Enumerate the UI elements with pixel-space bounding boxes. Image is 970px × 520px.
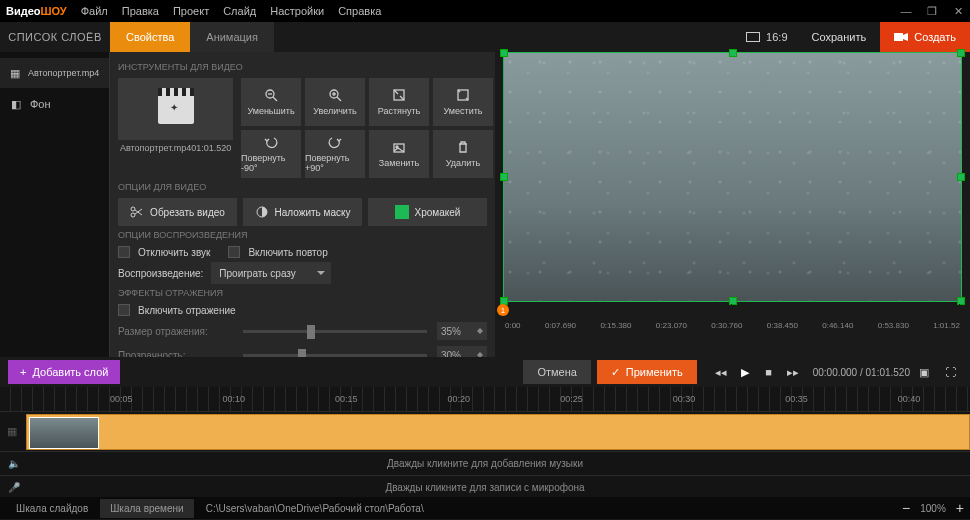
tab-slide-scale[interactable]: Шкала слайдов <box>6 499 98 518</box>
chroma-button[interactable]: Хромакей <box>368 198 487 226</box>
ruler-label: 00:05 <box>110 394 133 404</box>
tab-time-scale[interactable]: Шкала времени <box>100 499 193 518</box>
play-button[interactable]: ▶ <box>737 364 753 380</box>
reflect-label: Включить отражение <box>138 305 236 316</box>
prev-frame-button[interactable]: ◂◂ <box>713 364 729 380</box>
video-track-icon: ▦ <box>0 425 24 438</box>
snapshot-icon[interactable]: ▣ <box>916 364 932 380</box>
rotate-left-icon <box>264 135 278 149</box>
tick-label: 0:30.760 <box>711 321 742 330</box>
fit-icon <box>456 88 470 102</box>
zoom-out-footer[interactable]: − <box>902 500 910 516</box>
svg-point-13 <box>131 213 135 217</box>
layer-item-video[interactable]: ▦ Автопортрет.mp4 <box>0 58 109 88</box>
properties-panel: ИНСТРУМЕНТЫ ДЛЯ ВИДЕО Автопортрет.mp4 01… <box>110 52 495 357</box>
zoom-out-button[interactable]: Уменьшить <box>241 78 301 126</box>
mic-icon: 🎤 <box>8 482 20 493</box>
layers-panel-title: СПИСОК СЛОЁВ <box>0 22 110 52</box>
reflect-checkbox[interactable] <box>118 304 130 316</box>
aspect-ratio[interactable]: 16:9 <box>736 22 797 52</box>
reflect-size-label: Размер отражения: <box>118 326 233 337</box>
tab-properties[interactable]: Свойства <box>110 22 190 52</box>
zoom-in-button[interactable]: Увеличить <box>305 78 365 126</box>
add-layer-button[interactable]: +Добавить слой <box>8 360 120 384</box>
preview-canvas[interactable] <box>503 52 962 302</box>
tick-label: 1:01.52 <box>933 321 960 330</box>
plus-icon: + <box>20 366 26 378</box>
apply-button[interactable]: ✓Применить <box>597 360 697 384</box>
tick-label: 0:15.380 <box>600 321 631 330</box>
mask-button[interactable]: Наложить маску <box>243 198 362 226</box>
tick-label: 0:00 <box>505 321 521 330</box>
selection-handle[interactable] <box>500 49 508 57</box>
close-icon[interactable]: ✕ <box>952 5 964 17</box>
svg-line-2 <box>273 97 277 101</box>
clip-duration: 01:01.520 <box>191 143 231 153</box>
music-track-hint[interactable]: 🔈 Дважды кликните для добавления музыки <box>0 451 970 475</box>
menu-help[interactable]: Справка <box>338 5 381 17</box>
opacity-slider[interactable] <box>243 354 427 357</box>
timeline: 00:05 00:10 00:15 00:20 00:25 00:30 00:3… <box>0 387 970 497</box>
video-track[interactable]: ▦ <box>0 411 970 451</box>
menu-file[interactable]: Файл <box>81 5 108 17</box>
ruler-label: 00:35 <box>785 394 808 404</box>
aspect-label: 16:9 <box>766 31 787 43</box>
menu-settings[interactable]: Настройки <box>270 5 324 17</box>
save-button[interactable]: Сохранить <box>798 22 881 52</box>
layer-label: Фон <box>30 98 51 110</box>
loop-checkbox[interactable] <box>228 246 240 258</box>
preview-time-ruler[interactable]: 1 0:00 0:07.690 0:15.380 0:23.070 0:30.7… <box>503 304 962 340</box>
rotate-right-icon <box>328 135 342 149</box>
mic-track-hint[interactable]: 🎤 Дважды кликните для записи с микрофона <box>0 475 970 499</box>
action-bar: +Добавить слой Отмена ✓Применить ◂◂ ▶ ■ … <box>0 357 970 387</box>
create-label: Создать <box>914 31 956 43</box>
zoom-out-icon <box>264 88 278 102</box>
mute-checkbox[interactable] <box>118 246 130 258</box>
maximize-icon[interactable]: ❐ <box>926 5 938 17</box>
menu-slide[interactable]: Слайд <box>223 5 256 17</box>
menu-project[interactable]: Проект <box>173 5 209 17</box>
ruler-label: 00:25 <box>560 394 583 404</box>
timeline-ruler[interactable]: 00:05 00:10 00:15 00:20 00:25 00:30 00:3… <box>0 387 970 411</box>
loop-label: Включить повтор <box>248 247 327 258</box>
video-clip[interactable] <box>26 414 970 450</box>
cancel-button[interactable]: Отмена <box>523 360 590 384</box>
zoom-value: 100% <box>920 503 946 514</box>
section-reflect-title: ЭФФЕКТЫ ОТРАЖЕНИЯ <box>118 288 487 298</box>
project-path: C:\Users\vaban\OneDrive\Рабочий стол\Раб… <box>196 503 900 514</box>
section-tools-title: ИНСТРУМЕНТЫ ДЛЯ ВИДЕО <box>118 62 487 72</box>
stretch-button[interactable]: Растянуть <box>369 78 429 126</box>
reflect-size-slider[interactable] <box>243 330 427 333</box>
menu-edit[interactable]: Правка <box>122 5 159 17</box>
clip-name: Автопортрет.mp4 <box>120 143 191 153</box>
selection-handle[interactable] <box>500 173 508 181</box>
selection-handle[interactable] <box>957 49 965 57</box>
layer-item-background[interactable]: ◧ Фон <box>0 88 109 120</box>
aspect-icon <box>746 32 760 42</box>
playhead-marker[interactable]: 1 <box>497 304 509 316</box>
footer: Шкала слайдов Шкала времени C:\Users\vab… <box>0 497 970 519</box>
minimize-icon[interactable]: — <box>900 5 912 17</box>
rotate-right-button[interactable]: Повернуть +90° <box>305 130 365 178</box>
fullscreen-icon[interactable]: ⛶ <box>942 364 958 380</box>
tab-animation[interactable]: Анимация <box>190 22 274 52</box>
stop-button[interactable]: ■ <box>761 364 777 380</box>
preview-panel: 1 0:00 0:07.690 0:15.380 0:23.070 0:30.7… <box>495 52 970 357</box>
reflect-size-value[interactable]: 35% <box>437 322 487 340</box>
next-frame-button[interactable]: ▸▸ <box>785 364 801 380</box>
delete-button[interactable]: Удалить <box>433 130 493 178</box>
playback-label: Воспроизведение: <box>118 268 203 279</box>
opacity-value[interactable]: 30% <box>437 346 487 357</box>
selection-handle[interactable] <box>957 173 965 181</box>
crop-button[interactable]: Обрезать видео <box>118 198 237 226</box>
rotate-left-button[interactable]: Повернуть -90° <box>241 130 301 178</box>
create-button[interactable]: Создать <box>880 22 970 52</box>
replace-button[interactable]: Заменить <box>369 130 429 178</box>
selection-handle[interactable] <box>729 49 737 57</box>
speaker-icon: 🔈 <box>8 458 20 469</box>
playback-select[interactable]: Проиграть сразу <box>211 262 331 284</box>
zoom-in-footer[interactable]: + <box>956 500 964 516</box>
ruler-label: 00:15 <box>335 394 358 404</box>
fit-button[interactable]: Уместить <box>433 78 493 126</box>
tick-label: 0:46.140 <box>822 321 853 330</box>
